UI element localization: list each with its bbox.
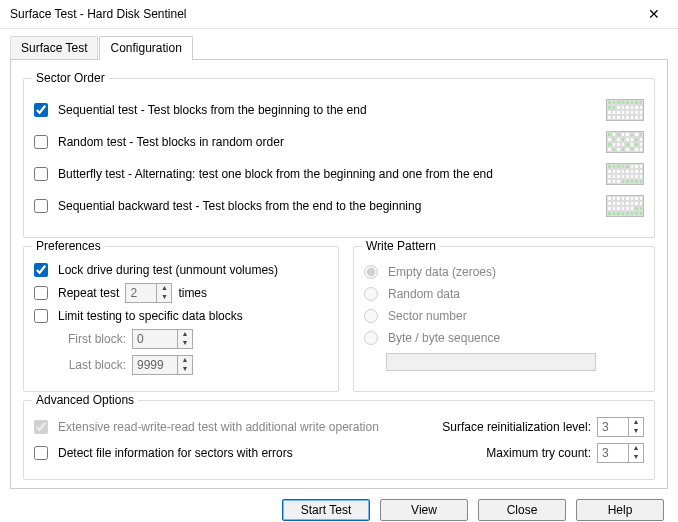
checkbox-sequential-input[interactable] [34,103,48,117]
spinner-first-block[interactable]: ▲▼ [132,329,193,349]
checkbox-butterfly-input[interactable] [34,167,48,181]
checkbox-limit-blocks[interactable] [34,309,48,323]
spinner-buttons[interactable]: ▲▼ [177,356,192,374]
row-first-block: First block: ▲▼ [54,329,328,349]
legend-write-pattern: Write Pattern [362,239,440,253]
legend-advanced: Advanced Options [32,393,138,407]
row-seq-backward: Sequential backward test - Test blocks f… [34,195,644,217]
label-limit-blocks: Limit testing to specific data blocks [58,309,243,323]
mid-section: Preferences Lock drive during test (unmo… [23,246,655,392]
start-test-button[interactable]: Start Test [282,499,370,521]
checkbox-extensive-test [34,420,48,434]
checkbox-random[interactable]: Random test - Test blocks in random orde… [34,135,284,149]
radio-random-data-input [364,287,378,301]
checkbox-lock-drive[interactable] [34,263,48,277]
row-repeat: Repeat test ▲▼ times [34,283,328,303]
input-reinit-level[interactable] [598,418,628,436]
input-byte-sequence [386,353,596,371]
row-sequential: Sequential test - Test blocks from the b… [34,99,644,121]
chevron-up-icon[interactable]: ▲ [629,444,643,453]
checkbox-seq-backward-input[interactable] [34,199,48,213]
close-icon[interactable]: ✕ [632,0,676,28]
label-butterfly: Butterfly test - Alternating: test one b… [58,167,493,181]
label-last-block: Last block: [54,358,126,372]
chevron-up-icon[interactable]: ▲ [178,356,192,365]
spinner-retry-count[interactable]: ▲▼ [597,443,644,463]
row-limit: Limit testing to specific data blocks [34,309,328,323]
pattern-seq-backward-icon [606,195,644,217]
radio-byte-sequence-input [364,331,378,345]
label-retry-count: Maximum try count: [486,446,591,460]
label-repeat-test: Repeat test [58,286,119,300]
tab-configuration[interactable]: Configuration [99,36,192,60]
label-random-data: Random data [388,287,460,301]
checkbox-butterfly[interactable]: Butterfly test - Alternating: test one b… [34,167,493,181]
pattern-random-icon [606,131,644,153]
label-reinit-level: Surface reinitialization level: [442,420,591,434]
chevron-down-icon[interactable]: ▼ [629,427,643,436]
legend-preferences: Preferences [32,239,105,253]
radio-sector-number: Sector number [364,309,644,323]
radio-random-data: Random data [364,287,644,301]
view-button[interactable]: View [380,499,468,521]
button-bar: Start Test View Close Help [0,489,678,522]
input-first-block[interactable] [133,330,177,348]
tab-surface-test[interactable]: Surface Test [10,36,98,60]
group-advanced-options: Advanced Options Extensive read-write-re… [23,400,655,480]
tab-panel: Sector Order Sequential test - Test bloc… [10,59,668,489]
spinner-buttons[interactable]: ▲▼ [628,418,643,436]
input-retry-count[interactable] [598,444,628,462]
chevron-down-icon[interactable]: ▼ [629,453,643,462]
group-write-pattern: Write Pattern Empty data (zeroes) Random… [353,246,655,392]
window-title: Surface Test - Hard Disk Sentinel [10,7,632,21]
input-last-block[interactable] [133,356,177,374]
row-extensive: Extensive read-write-read test with addi… [34,417,644,437]
checkbox-repeat-test[interactable] [34,286,48,300]
chevron-up-icon[interactable]: ▲ [157,284,171,293]
titlebar: Surface Test - Hard Disk Sentinel ✕ [0,0,678,29]
label-times: times [178,286,207,300]
row-butterfly: Butterfly test - Alternating: test one b… [34,163,644,185]
legend-sector-order: Sector Order [32,71,109,85]
label-random: Random test - Test blocks in random orde… [58,135,284,149]
checkbox-seq-backward[interactable]: Sequential backward test - Test blocks f… [34,199,421,213]
spinner-buttons[interactable]: ▲▼ [628,444,643,462]
content: Surface Test Configuration Sector Order … [0,29,678,489]
window: Surface Test - Hard Disk Sentinel ✕ Surf… [0,0,678,522]
label-seq-backward: Sequential backward test - Test blocks f… [58,199,421,213]
spinner-reinit-level[interactable]: ▲▼ [597,417,644,437]
chevron-up-icon[interactable]: ▲ [178,330,192,339]
row-last-block: Last block: ▲▼ [54,355,328,375]
tab-strip: Surface Test Configuration [10,36,668,60]
label-first-block: First block: [54,332,126,346]
pattern-butterfly-icon [606,163,644,185]
radio-sector-number-input [364,309,378,323]
row-lock: Lock drive during test (unmount volumes) [34,263,328,277]
spinner-repeat-count[interactable]: ▲▼ [125,283,172,303]
group-preferences: Preferences Lock drive during test (unmo… [23,246,339,392]
checkbox-detect-file-info[interactable] [34,446,48,460]
help-button[interactable]: Help [576,499,664,521]
spinner-last-block[interactable]: ▲▼ [132,355,193,375]
label-byte-sequence: Byte / byte sequence [388,331,500,345]
checkbox-sequential[interactable]: Sequential test - Test blocks from the b… [34,103,367,117]
radio-byte-sequence: Byte / byte sequence [364,331,644,345]
input-repeat-count[interactable] [126,284,156,302]
label-sector-number: Sector number [388,309,467,323]
close-button[interactable]: Close [478,499,566,521]
radio-empty-data-input [364,265,378,279]
pattern-sequential-icon [606,99,644,121]
row-random: Random test - Test blocks in random orde… [34,131,644,153]
row-detect-file-info: Detect file information for sectors with… [34,443,644,463]
chevron-down-icon[interactable]: ▼ [178,339,192,348]
radio-empty-data: Empty data (zeroes) [364,265,644,279]
checkbox-random-input[interactable] [34,135,48,149]
label-extensive-test: Extensive read-write-read test with addi… [58,420,379,434]
chevron-down-icon[interactable]: ▼ [157,293,171,302]
spinner-buttons[interactable]: ▲▼ [156,284,171,302]
chevron-up-icon[interactable]: ▲ [629,418,643,427]
chevron-down-icon[interactable]: ▼ [178,365,192,374]
label-sequential: Sequential test - Test blocks from the b… [58,103,367,117]
spinner-buttons[interactable]: ▲▼ [177,330,192,348]
label-lock-drive: Lock drive during test (unmount volumes) [58,263,278,277]
